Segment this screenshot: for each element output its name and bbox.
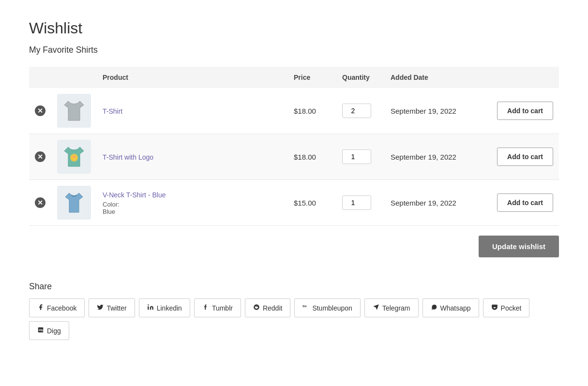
add-to-cart-button-2[interactable]: Add to cart	[497, 148, 553, 166]
col-action-header	[482, 67, 559, 88]
price-cell: $15.00	[288, 180, 336, 226]
share-label: Twitter	[106, 304, 126, 312]
share-button-facebook[interactable]: Facebook	[29, 298, 85, 317]
remove-cell: ✕	[29, 180, 51, 226]
product-image	[57, 94, 91, 128]
qty-cell	[336, 180, 385, 226]
added-date: September 19, 2022	[391, 153, 456, 161]
product-price: $18.00	[294, 153, 316, 161]
quantity-input-2[interactable]	[342, 149, 371, 164]
svg-point-2	[148, 304, 149, 305]
added-date: September 19, 2022	[391, 107, 456, 115]
add-to-cart-button-3[interactable]: Add to cart	[497, 193, 553, 212]
product-name-cell: T-Shirt	[97, 88, 288, 134]
share-button-reddit[interactable]: Reddit	[245, 298, 290, 317]
table-row: ✕ T-Shirt $18.00 September 19, 2022 Add …	[29, 88, 559, 134]
whatsapp-icon	[431, 304, 437, 312]
share-button-whatsapp[interactable]: Whatsapp	[422, 298, 479, 317]
digg-icon: digg	[37, 327, 44, 335]
date-cell: September 19, 2022	[385, 134, 482, 180]
product-image-cell	[51, 88, 97, 134]
date-cell: September 19, 2022	[385, 88, 482, 134]
share-button-tumblr[interactable]: Tumblr	[194, 298, 241, 317]
share-label: Pocket	[501, 304, 522, 312]
share-label: Reddit	[263, 304, 282, 312]
share-label: Facebook	[47, 304, 76, 312]
share-label: Whatsapp	[440, 304, 471, 312]
col-price-header: Price	[288, 67, 336, 88]
add-to-cart-button-1[interactable]: Add to cart	[497, 102, 553, 120]
tumblr-icon	[202, 304, 209, 312]
share-label: Telegram	[382, 304, 410, 312]
product-link-1[interactable]: T-Shirt	[103, 107, 122, 115]
product-link-3[interactable]: V-Neck T-Shirt - Blue	[103, 191, 166, 199]
col-date-header: Added Date	[385, 67, 482, 88]
wishlist-table: Product Price Quantity Added Date ✕ T-Sh…	[29, 67, 559, 226]
product-image	[57, 186, 91, 220]
action-cell: Add to cart	[482, 88, 559, 134]
reddit-icon	[253, 304, 260, 312]
page-title: Wishlist	[29, 19, 559, 37]
col-qty-header: Quantity	[336, 67, 385, 88]
remove-button-1[interactable]: ✕	[35, 105, 45, 116]
remove-cell: ✕	[29, 134, 51, 180]
product-name-cell: V-Neck T-Shirt - Blue Color:Blue	[97, 180, 288, 226]
facebook-icon	[37, 304, 44, 312]
share-button-pocket[interactable]: Pocket	[483, 298, 530, 317]
remove-icon: ✕	[35, 151, 45, 162]
remove-button-3[interactable]: ✕	[35, 197, 45, 208]
twitter-icon	[97, 304, 104, 312]
product-name-cell: T-Shirt with Logo	[97, 134, 288, 180]
share-label: Stumbleupon	[312, 304, 352, 312]
share-button-stumbleupon[interactable]: suStumbleupon	[294, 298, 361, 317]
svg-text:su: su	[302, 304, 306, 308]
share-label: Linkedin	[157, 304, 182, 312]
added-date: September 19, 2022	[391, 199, 456, 207]
table-row: ✕ V-Neck T-Shirt - Blue Color:Blue $15.0…	[29, 180, 559, 226]
table-row: ✕ T-Shirt with Logo $18.00 September 19,…	[29, 134, 559, 180]
share-button-linkedin[interactable]: Linkedin	[139, 298, 190, 317]
svg-text:digg: digg	[39, 328, 44, 331]
quantity-input-3[interactable]	[342, 195, 371, 210]
date-cell: September 19, 2022	[385, 180, 482, 226]
price-cell: $18.00	[288, 88, 336, 134]
product-image	[57, 140, 91, 174]
product-image-cell	[51, 134, 97, 180]
table-header-row: Product Price Quantity Added Date	[29, 67, 559, 88]
col-img-header	[51, 67, 97, 88]
product-price: $15.00	[294, 199, 316, 207]
qty-cell	[336, 134, 385, 180]
share-buttons: FacebookTwitterLinkedinTumblrRedditsuStu…	[29, 298, 559, 340]
page-subtitle: My Favorite Shirts	[29, 45, 559, 55]
product-price: $18.00	[294, 107, 316, 115]
remove-button-2[interactable]: ✕	[35, 151, 45, 162]
update-row: Update wishlist	[29, 226, 559, 267]
remove-icon: ✕	[35, 105, 45, 116]
linkedin-icon	[147, 304, 154, 312]
col-product-header: Product	[97, 67, 288, 88]
pocket-icon	[491, 304, 498, 312]
share-button-telegram[interactable]: Telegram	[364, 298, 419, 317]
product-image-cell	[51, 180, 97, 226]
share-button-digg[interactable]: diggDigg	[29, 321, 69, 340]
stumbleupon-icon: su	[302, 304, 309, 312]
price-cell: $18.00	[288, 134, 336, 180]
qty-cell	[336, 88, 385, 134]
share-label: Digg	[47, 327, 61, 335]
share-label: Tumblr	[212, 304, 233, 312]
share-button-twitter[interactable]: Twitter	[89, 298, 135, 317]
update-wishlist-button[interactable]: Update wishlist	[479, 236, 559, 257]
action-cell: Add to cart	[482, 134, 559, 180]
col-remove-header	[29, 67, 51, 88]
share-title: Share	[29, 282, 559, 292]
remove-icon: ✕	[35, 197, 45, 208]
remove-cell: ✕	[29, 88, 51, 134]
product-link-2[interactable]: T-Shirt with Logo	[103, 153, 153, 161]
product-color: Color:Blue	[103, 201, 282, 215]
share-section: Share FacebookTwitterLinkedinTumblrReddi…	[29, 282, 559, 340]
action-cell: Add to cart	[482, 180, 559, 226]
quantity-input-1[interactable]	[342, 104, 371, 118]
telegram-icon	[373, 304, 379, 312]
